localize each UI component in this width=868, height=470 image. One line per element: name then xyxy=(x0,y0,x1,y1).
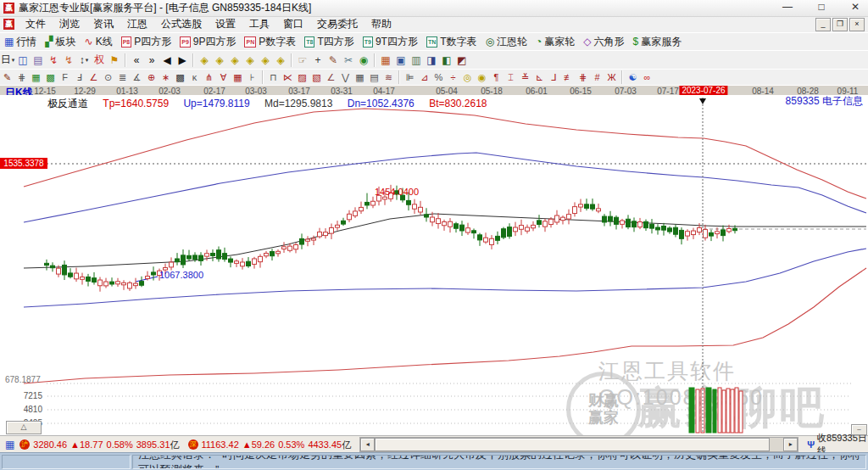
not-equal-icon[interactable]: ≢ xyxy=(561,71,576,84)
toolbar-button-9T四方形[interactable]: T99T四方形 xyxy=(359,35,422,49)
crosshair-icon[interactable]: + xyxy=(310,53,326,67)
adjust-icon[interactable]: 权 xyxy=(92,53,107,67)
zoom-icon[interactable]: ◈ xyxy=(273,53,288,67)
toolbar-button-赢家服务[interactable]: $赢家服务 xyxy=(629,35,687,49)
gann-grid2-icon[interactable]: ▩ xyxy=(43,71,58,84)
flag-icon[interactable]: ⚑ xyxy=(107,53,122,67)
window-icon[interactable]: ◫ xyxy=(15,53,31,67)
channel-icon[interactable]: ⊓ xyxy=(266,71,281,84)
dark-grid-icon[interactable]: ▩ xyxy=(173,71,187,84)
mdi-restore-button[interactable]: ❐ xyxy=(832,18,848,31)
gann-grid-icon[interactable]: ▦ xyxy=(29,71,43,84)
draw-icon[interactable]: ✎ xyxy=(326,53,341,67)
menu-交易委托[interactable]: 交易委托 xyxy=(310,16,364,32)
lines-icon[interactable]: ⋕ xyxy=(14,71,29,84)
tick-tool-icon[interactable]: ⊦ xyxy=(245,71,259,84)
menu-窗口[interactable]: 窗口 xyxy=(276,16,310,32)
wave-icon[interactable]: ≋ xyxy=(381,71,396,84)
right-angle-icon[interactable]: ⊾ xyxy=(532,71,547,84)
asterisk-tool-icon[interactable]: Ж xyxy=(604,71,619,84)
grid4-icon[interactable]: ▤ xyxy=(367,71,381,84)
beam-icon[interactable]: ⌶ xyxy=(504,71,518,84)
protractor-icon[interactable]: ∡ xyxy=(130,71,144,84)
toolbar-button-六角形[interactable]: ◇六角形 xyxy=(579,35,628,49)
ratio-icon[interactable]: ÷ xyxy=(446,71,460,84)
menu-工具[interactable]: 工具 xyxy=(242,16,276,32)
golden-circle2-icon[interactable]: ◉ xyxy=(475,71,489,84)
minimize-button[interactable]: — xyxy=(780,1,795,13)
grid-lines-icon[interactable]: ≣ xyxy=(115,71,130,84)
maximize-button[interactable]: □ xyxy=(814,1,829,13)
cut-icon[interactable]: ✂ xyxy=(341,53,356,67)
save-icon[interactable]: ◨ xyxy=(424,53,439,67)
menu-设置[interactable]: 设置 xyxy=(209,16,242,32)
bars-icon[interactable]: ⊫ xyxy=(403,71,417,84)
close-button[interactable]: ✕ xyxy=(848,1,863,13)
calculator-icon[interactable]: ▣ xyxy=(393,53,409,67)
next-icon[interactable]: ▶ xyxy=(175,53,190,67)
l-tool-icon[interactable]: ⅃ xyxy=(547,71,561,84)
menu-浏览[interactable]: 浏览 xyxy=(53,16,86,32)
zoom-icon[interactable]: ◈ xyxy=(197,53,212,67)
toolbar-button-K线[interactable]: ∿K线 xyxy=(81,35,117,49)
scroll-left-arrow[interactable]: ◂ xyxy=(360,438,375,451)
first-icon[interactable]: « xyxy=(129,53,144,67)
angle-icon[interactable]: ∠ xyxy=(86,71,101,84)
mail-icon[interactable]: ◧ xyxy=(439,53,454,67)
hash-icon[interactable]: ⋕ xyxy=(576,71,590,84)
last-icon[interactable]: » xyxy=(144,53,159,67)
calendar-icon[interactable]: ▦ xyxy=(378,53,393,67)
scale-icon[interactable]: ↕▾ xyxy=(76,53,92,67)
wedge-icon[interactable]: ⋉ xyxy=(281,71,295,84)
fib-icon[interactable]: F xyxy=(58,71,72,84)
zigzag-icon[interactable]: ↯ xyxy=(46,53,61,67)
notes-icon[interactable]: ▥ xyxy=(409,53,424,67)
cycle-icon[interactable]: ⊙ xyxy=(101,71,115,84)
sharp-icon[interactable]: # xyxy=(590,71,604,84)
grid3-icon[interactable]: ▦ xyxy=(353,71,367,84)
toolbar-button-9P四方形[interactable]: P99P四方形 xyxy=(175,35,240,49)
mark-icon[interactable]: ¶ xyxy=(489,71,504,84)
volume-pane-toggle[interactable]: △ xyxy=(6,421,42,434)
menu-公式选股[interactable]: 公式选股 xyxy=(154,16,209,32)
marker-icon[interactable]: ◉ xyxy=(356,53,371,67)
toolbar-button-江恩轮[interactable]: ◎江恩轮 xyxy=(481,35,531,49)
infinity-icon[interactable]: ∞ xyxy=(640,71,654,84)
menu-江恩[interactable]: 江恩 xyxy=(120,16,154,32)
triangle-icon[interactable]: ⊿ xyxy=(417,71,431,84)
toolbar-button-T四方形[interactable]: T8T四方形 xyxy=(300,35,359,49)
menu-文件[interactable]: 文件 xyxy=(19,16,53,32)
trend-angle-icon[interactable]: ∠ xyxy=(324,71,338,84)
send-icon[interactable]: ◩ xyxy=(454,53,470,67)
fan-icon[interactable]: Ⅎ xyxy=(72,71,86,84)
mdi-minimize-button[interactable]: _ xyxy=(815,18,831,31)
hand-icon[interactable]: ☞ xyxy=(295,53,310,67)
taiji-icon[interactable]: ☯ xyxy=(626,71,640,84)
star-icon[interactable]: ∗ xyxy=(159,71,173,84)
red-grid-icon[interactable]: ▦ xyxy=(231,71,245,84)
pitchfork-icon[interactable]: ∀ xyxy=(216,71,231,84)
circle-cross-icon[interactable]: ⊕ xyxy=(144,71,159,84)
equal-angle-icon[interactable]: ≚ xyxy=(518,71,532,84)
scroll-thumb[interactable] xyxy=(375,438,770,451)
menu-资讯[interactable]: 资讯 xyxy=(86,16,120,32)
percent-icon[interactable]: % xyxy=(431,71,446,84)
pane-mini-button[interactable]: – xyxy=(851,424,867,435)
scroll-right-arrow[interactable]: ▸ xyxy=(783,438,798,451)
toolbar-button-板块[interactable]: ▞板块 xyxy=(41,35,80,49)
zigzag2-icon[interactable]: ↯ xyxy=(61,53,76,67)
horizontal-scrollbar[interactable]: ◂ ▸ xyxy=(359,437,798,452)
zoom-icon[interactable]: ◈ xyxy=(227,53,242,67)
mdi-close-button[interactable]: × xyxy=(849,18,865,31)
period-selector[interactable]: 日▾ xyxy=(0,53,15,67)
chart-area[interactable]: 江恩工具软件 QQ:100800360 赢家聊吧 财赢赢家 jiaoba.yxt… xyxy=(0,95,868,435)
toolbar-button-T数字表[interactable]: TNT数字表 xyxy=(422,35,481,49)
vee-icon[interactable]: ⋁ xyxy=(338,71,353,84)
toolbar-button-P四方形[interactable]: P8P四方形 xyxy=(117,35,176,49)
toolbar-button-赢家轮[interactable]: ◔赢家轮 xyxy=(531,35,579,49)
hatch-icon[interactable]: ▨ xyxy=(295,71,309,84)
zoom-icon[interactable]: ◈ xyxy=(258,53,273,67)
prev-icon[interactable]: ◀ xyxy=(159,53,175,67)
kline-tool-icon[interactable]: ĸ xyxy=(187,71,202,84)
toolbar-button-P数字表[interactable]: PNP数字表 xyxy=(240,35,300,49)
